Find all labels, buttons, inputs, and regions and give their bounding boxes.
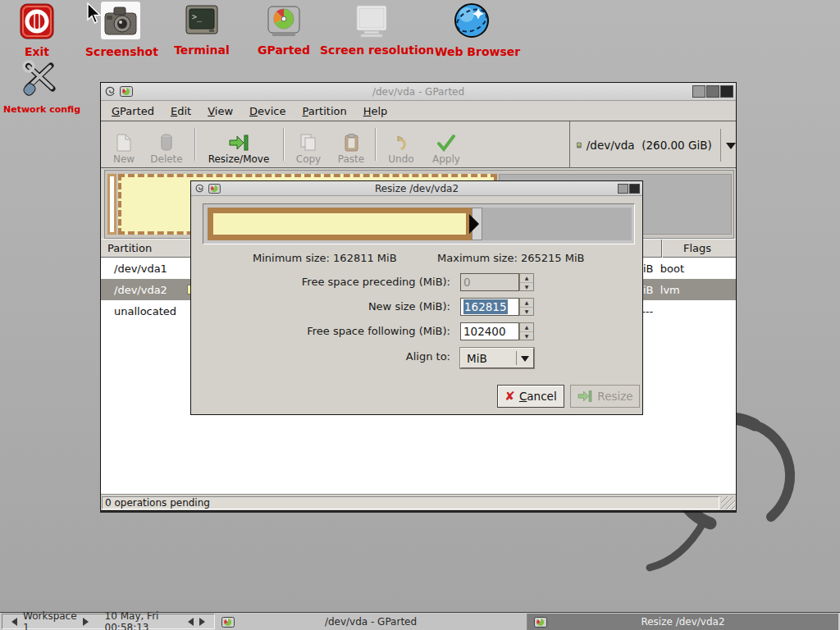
- resize-slider-widget[interactable]: [203, 203, 635, 244]
- desktop-icon-label: Screen resolution: [320, 43, 423, 57]
- gparted-mini-icon: [221, 617, 235, 628]
- resize-button-disabled[interactable]: Resize: [570, 385, 640, 408]
- gparted-mini-icon: [120, 86, 133, 97]
- resize-grip[interactable]: [721, 496, 735, 509]
- taskbar-task-resize-dialog[interactable]: Resize /dev/vda2: [527, 614, 838, 630]
- toolbar-apply-button[interactable]: Apply: [426, 125, 467, 165]
- free-space-following-input[interactable]: 102400: [460, 322, 519, 340]
- new-size-input[interactable]: 162815: [460, 298, 519, 316]
- maximize-button[interactable]: [706, 85, 719, 98]
- debian-swirl-icon: [195, 184, 205, 194]
- workspace-pager: Workspace 1 10 May, Fri 00:58:13: [2, 614, 215, 629]
- align-to-combo[interactable]: MiB: [460, 348, 534, 368]
- desktop-icon-web-browser[interactable]: Web Browser: [435, 2, 509, 58]
- spin-buttons: ▲▼: [519, 273, 534, 291]
- terminal-icon: >_: [185, 5, 219, 38]
- minimize-button[interactable]: [692, 85, 705, 98]
- toolbar-copy-button[interactable]: Copy: [288, 125, 329, 165]
- spin-down-icon: ▼: [520, 308, 533, 316]
- next-workspace-icon[interactable]: [83, 618, 93, 626]
- dialog-titlebar[interactable]: Resize /dev/vda2: [191, 181, 642, 196]
- tools-icon: [18, 57, 61, 98]
- desktop-icon-screen-resolution[interactable]: Screen resolution: [320, 5, 423, 57]
- combo-divider: [516, 351, 517, 365]
- minimum-size-label: Minimum size: 162811 MiB: [253, 252, 397, 264]
- free-space-preceding-input: 0: [460, 273, 519, 291]
- maximum-size-label: Maximum size: 265215 MiB: [437, 252, 584, 264]
- prev-workspace-icon[interactable]: [7, 618, 17, 626]
- menu-help[interactable]: Help: [355, 103, 396, 120]
- resize-dialog: Resize /dev/vda2 Minimum size: 162811 Mi…: [190, 180, 643, 415]
- field-align-to: Align to: MiB: [191, 348, 644, 368]
- desktop-icon-exit[interactable]: Exit: [11, 3, 62, 58]
- main-window-titlebar[interactable]: /dev/vda - GParted: [101, 83, 736, 101]
- dialog-close-button[interactable]: [629, 184, 640, 194]
- delete-icon: [160, 132, 173, 153]
- cancel-button[interactable]: ✘ Cancel: [497, 385, 564, 408]
- toolbar-separator: [375, 128, 376, 161]
- desktop-icon-terminal[interactable]: >_ Terminal: [169, 5, 235, 57]
- spin-buttons[interactable]: ▲▼: [519, 298, 534, 316]
- row-flags-fragment: iB lvm: [643, 284, 680, 296]
- dialog-maximize-button[interactable]: [618, 184, 628, 194]
- menu-view[interactable]: View: [199, 103, 241, 120]
- resize-arrow-icon: [577, 390, 593, 403]
- desktop-icon-label: Web Browser: [435, 45, 509, 58]
- resize-move-icon: [228, 132, 249, 153]
- camera-icon: [101, 2, 140, 39]
- cancel-x-icon: ✘: [504, 389, 515, 404]
- toolbar-delete-button[interactable]: Delete: [144, 125, 189, 165]
- copy-icon: [300, 132, 317, 153]
- globe-icon: [453, 2, 491, 39]
- workspace-label: Workspace 1: [23, 610, 77, 630]
- spin-up-icon: ▲: [520, 274, 533, 283]
- statusbar: 0 operations pending: [101, 494, 736, 510]
- menu-device[interactable]: Device: [241, 103, 294, 120]
- task-title: Resize /dev/vda2: [527, 616, 838, 628]
- resize-arrow-icon: [469, 214, 479, 234]
- field-free-space-preceding: Free space preceding (MiB): 0 ▲▼: [191, 273, 644, 291]
- menu-edit[interactable]: Edit: [162, 103, 199, 120]
- toolbar-resize-move-button[interactable]: Resize/Move: [199, 125, 278, 165]
- menu-gparted[interactable]: GParted: [103, 103, 162, 120]
- partition-visual-vda1[interactable]: [107, 174, 116, 235]
- spin-up-icon: ▲: [520, 323, 533, 332]
- paste-icon: [345, 132, 358, 153]
- debian-swirl-icon: [105, 86, 116, 98]
- close-button[interactable]: [720, 85, 733, 98]
- toolbar-separator: [194, 128, 195, 161]
- svg-text:>_: >_: [192, 12, 203, 22]
- spin-buttons[interactable]: ▲▼: [519, 322, 534, 340]
- clock: 10 May, Fri 00:58:13: [105, 610, 173, 630]
- spin-down-icon: ▼: [520, 332, 533, 340]
- toolbar-new-button[interactable]: New: [106, 125, 142, 165]
- spin-up-icon: ▲: [520, 299, 533, 308]
- row-flags-fragment: iB boot: [643, 262, 684, 275]
- column-header-flags[interactable]: Flags: [661, 242, 733, 254]
- taskbar-task-gparted[interactable]: /dev/vda - GParted: [215, 614, 527, 630]
- toolbar-paste-button[interactable]: Paste: [332, 125, 370, 165]
- menu-partition[interactable]: Partition: [294, 103, 355, 120]
- column-header-partition[interactable]: Partition: [107, 242, 152, 254]
- selected-text: 162815: [463, 299, 508, 314]
- desktop-icon-network-config[interactable]: Network config: [3, 57, 75, 115]
- new-document-icon: [116, 132, 131, 153]
- menubar: GParted Edit View Device Partition Help: [101, 101, 736, 121]
- prev-window-icon[interactable]: [184, 618, 194, 626]
- next-window-icon[interactable]: [199, 618, 209, 626]
- taskbar: Workspace 1 10 May, Fri 00:58:13 /dev/vd…: [0, 612, 840, 630]
- toolbar-separator: [283, 128, 284, 161]
- toolbar: New Delete Resize/Move Copy Paste: [101, 121, 736, 168]
- device-combo[interactable]: /dev/vda (260.00 GiB): [570, 121, 736, 168]
- toolbar-undo-button[interactable]: Undo: [380, 125, 422, 165]
- partition-region[interactable]: [208, 208, 472, 240]
- device-disk-icon: [577, 135, 582, 156]
- monitor-icon: [353, 5, 390, 38]
- desktop-icon-gparted[interactable]: GParted: [251, 5, 317, 57]
- partition-used-area: [213, 213, 466, 235]
- desktop-icon-label: Exit: [11, 45, 62, 58]
- desktop-icon-label: Screenshot: [85, 45, 156, 58]
- undo-icon: [393, 132, 409, 153]
- chevron-down-icon: [521, 356, 529, 366]
- mouse-cursor: [87, 2, 103, 25]
